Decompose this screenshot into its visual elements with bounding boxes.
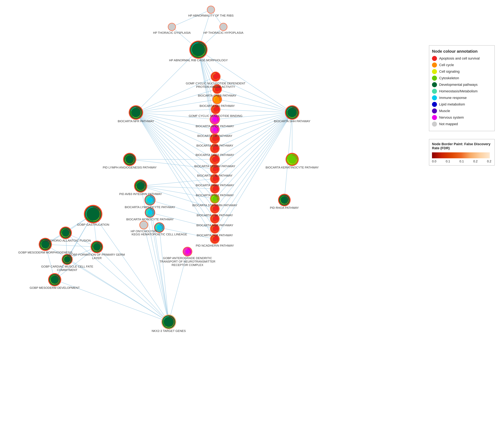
legend-item-label: Lipid metabolism: [439, 102, 465, 106]
svg-point-191: [64, 256, 70, 263]
legend-color-swatch: [432, 102, 437, 107]
svg-text:BIOCARTA APCR PATHWAY: BIOCARTA APCR PATHWAY: [196, 125, 234, 128]
svg-point-108: [131, 108, 141, 117]
svg-text:BIOCARTA VIP PATHWAY: BIOCARTA VIP PATHWAY: [197, 134, 233, 137]
legend-color-swatch: [432, 69, 437, 74]
svg-point-90: [220, 23, 227, 30]
legend-color-swatch: [432, 82, 437, 87]
legend-item: Lipid metabolism: [432, 102, 490, 107]
svg-text:HP ABNORMAL RIB CAGE MORPHOLOG: HP ABNORMAL RIB CAGE MORPHOLOGY: [169, 59, 228, 62]
svg-text:BIOCARTA PBAR PATHWAY: BIOCARTA PBAR PATHWAY: [196, 184, 234, 187]
svg-text:PID AVB3 INTEGRIN PATHWAY: PID AVB3 INTEGRIN PATHWAY: [119, 192, 162, 196]
legend-item: Cytoskeleton: [432, 76, 490, 81]
svg-point-197: [164, 317, 174, 327]
fdr-legend: Node Border Paint: False Discovery Rate …: [429, 139, 495, 165]
legend-item: Homeostasis/Metabolism: [432, 89, 490, 94]
legend-item-label: Cell signaling: [439, 70, 460, 74]
color-legend: Node colour annotation Apoptosis and cel…: [429, 45, 495, 131]
svg-text:BIOCARTA CREB PATHWAY: BIOCARTA CREB PATHWAY: [198, 94, 236, 97]
legend-item-label: Cell cycle: [439, 63, 454, 67]
svg-point-144: [212, 196, 217, 201]
svg-text:BIOCARTA NGR PATHWAY: BIOCARTA NGR PATHWAY: [196, 224, 233, 227]
svg-text:GOBP GASTRULATION: GOBP GASTRULATION: [77, 223, 109, 226]
legend-item: Developmental pathways: [432, 82, 490, 87]
svg-point-96: [213, 74, 218, 79]
svg-text:BIOCARTA STATHMIN PATHWAY: BIOCARTA STATHMIN PATHWAY: [192, 204, 237, 207]
legend-item-label: Apoptosis and cell survival: [439, 56, 480, 61]
svg-point-182: [62, 229, 69, 236]
svg-point-170: [157, 225, 162, 230]
svg-point-156: [147, 197, 153, 203]
legend-item: Muscle: [432, 109, 490, 113]
legend-item-label: Not mapped: [439, 122, 458, 126]
svg-point-86: [207, 6, 214, 13]
svg-text:BIOCARTA LAL PATHWAY: BIOCARTA LAL PATHWAY: [197, 174, 233, 177]
legend-color-swatch: [432, 122, 437, 127]
fdr-labels: 0.0 0.1 0.1 0.2 0.2: [432, 160, 491, 163]
svg-point-153: [212, 206, 217, 211]
svg-text:HP THORACIC HYPOPLASIA: HP THORACIC HYPOPLASIA: [203, 31, 243, 34]
svg-point-173: [87, 208, 100, 221]
legend-item: Cell cycle: [432, 63, 490, 67]
svg-point-162: [147, 210, 153, 215]
svg-text:BIOCARTA KERATINOCYTE PATHWAY: BIOCARTA KERATINOCYTE PATHWAY: [266, 166, 319, 169]
svg-text:GOBP MESODERM DEVELOPMENT: GOBP MESODERM DEVELOPMENT: [30, 286, 80, 290]
legend-color-swatch: [432, 109, 437, 113]
svg-text:GOBP CHORIO ALLANTOIC FUSION: GOBP CHORIO ALLANTOIC FUSION: [40, 239, 91, 242]
svg-point-129: [212, 157, 218, 162]
legend-item-label: Nervous system: [439, 116, 464, 119]
legend-color-swatch: [432, 76, 437, 81]
legend-item-label: Homeostasis/Metabolism: [439, 89, 477, 93]
fdr-legend-title: Node Border Paint: False Discovery Rate …: [432, 142, 491, 150]
svg-point-150: [281, 196, 288, 204]
svg-point-194: [51, 276, 59, 284]
svg-point-114: [288, 108, 297, 117]
svg-text:PID LYMPH ANGIOGENESIS PATHWAY: PID LYMPH ANGIOGENESIS PATHWAY: [103, 166, 157, 169]
svg-text:BIOCARTA CKI PATHWAY: BIOCARTA CKI PATHWAY: [199, 104, 235, 108]
svg-text:GOBP MESODERM MORPHOGENESIS: GOBP MESODERM MORPHOGENESIS: [18, 251, 72, 254]
legend-item-label: Cytoskeleton: [439, 76, 459, 80]
svg-text:NKX2-3 TARGET GENES: NKX2-3 TARGET GENES: [152, 329, 186, 333]
svg-text:HP ONYCHOLYSIS: HP ONYCHOLYSIS: [131, 230, 157, 233]
svg-point-126: [126, 155, 134, 164]
svg-point-132: [288, 155, 296, 164]
svg-text:BIOCARTA MONOCYTE PATHWAY: BIOCARTA MONOCYTE PATHWAY: [126, 218, 174, 221]
svg-text:BIOCARTA GRR PATHWAY: BIOCARTA GRR PATHWAY: [196, 144, 233, 147]
svg-point-179: [185, 249, 190, 254]
legend-color-swatch: [432, 95, 437, 100]
svg-point-102: [215, 97, 220, 102]
legend-item-label: Muscle: [439, 109, 450, 113]
svg-text:HP ABNORMALITY OF THE RIBS: HP ABNORMALITY OF THE RIBS: [188, 14, 234, 17]
svg-point-147: [136, 182, 145, 190]
legend-item: Nervous system: [432, 115, 490, 120]
network-graph: HP ABNORMALITY OF THE RIBSHP THORACIC DY…: [0, 0, 504, 436]
svg-text:BIOCARTA CSK PATHWAY: BIOCARTA CSK PATHWAY: [197, 214, 233, 217]
svg-rect-0: [0, 0, 504, 436]
svg-point-164: [140, 221, 147, 229]
svg-text:BIOCARTA DREAM PATHWAY: BIOCARTA DREAM PATHWAY: [194, 164, 235, 168]
legend-color-swatch: [432, 56, 437, 61]
legend-color-swatch: [432, 89, 437, 94]
svg-text:BIOCARTA DRES PATHWAY: BIOCARTA DRES PATHWAY: [196, 153, 234, 157]
legend-title: Node colour annotation: [432, 49, 490, 54]
svg-text:PID RHOA PATHWAY: PID RHOA PATHWAY: [270, 206, 299, 209]
legend-item-label: Developmental pathways: [439, 83, 477, 87]
svg-point-167: [212, 226, 217, 231]
legend-color-swatch: [432, 63, 437, 67]
svg-text:PID NCADHERIN PATHWAY: PID NCADHERIN PATHWAY: [196, 244, 234, 247]
svg-point-88: [168, 23, 175, 30]
legend-item: Immune response: [432, 95, 490, 100]
svg-text:BIOCARTA TCR PATHWAY: BIOCARTA TCR PATHWAY: [197, 234, 233, 237]
legend-item: Apoptosis and cell survival: [432, 56, 490, 61]
svg-point-176: [212, 236, 217, 242]
svg-text:GOMF CYCLIC NUCLEOTIDE BINDING: GOMF CYCLIC NUCLEOTIDE BINDING: [189, 114, 243, 118]
svg-text:HP THORACIC DYSPLASIA: HP THORACIC DYSPLASIA: [153, 31, 191, 34]
svg-text:KEGG HEMATOPOIETIC CELL LINEAG: KEGG HEMATOPOIETIC CELL LINEAGE: [132, 233, 187, 236]
legend-item-label: Immune response: [439, 96, 467, 100]
legend-item: Not mapped: [432, 122, 490, 127]
svg-point-141: [212, 186, 217, 191]
svg-text:BIOCARTA LYMPHOCYTE PATHWAY: BIOCARTA LYMPHOCYTE PATHWAY: [125, 206, 175, 209]
legend-color-swatch: [432, 115, 437, 120]
svg-text:BIOCARTA NFR PATHWAY: BIOCARTA NFR PATHWAY: [118, 119, 154, 123]
svg-point-93: [192, 43, 205, 56]
